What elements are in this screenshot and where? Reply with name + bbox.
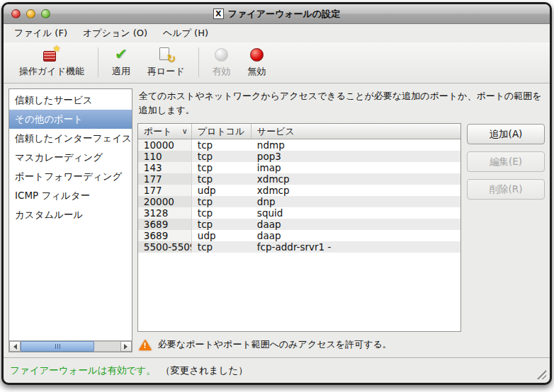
add-button[interactable]: 追加(A) [467, 124, 545, 144]
status-text: ファイアーウォールは有効です。 [10, 364, 156, 377]
cell-protocol: tcp [192, 162, 251, 173]
cell-service: daap [251, 230, 460, 241]
table-row[interactable]: 3128tcpsquid [138, 207, 460, 219]
cell-protocol: tcp [192, 151, 251, 162]
cell-service: dnp [251, 196, 460, 207]
table-row[interactable]: 3689udpdaap [138, 230, 460, 241]
warning-triangle-icon [139, 340, 152, 350]
cell-port: 3689 [138, 230, 192, 241]
sidebar-horizontal-scrollbar[interactable] [9, 340, 132, 352]
table-row[interactable]: 177tcpxdmcp [138, 173, 460, 185]
ports-table: ポート∨プロトコルサービス 10000tcpndmp110tcppop3143t… [137, 123, 461, 332]
menu-item-options[interactable]: オプション (O) [75, 25, 155, 42]
toolbar-button-reload[interactable]: ↻再ロード [139, 44, 193, 80]
table-and-buttons: ポート∨プロトコルサービス 10000tcpndmp110tcppop3143t… [137, 123, 545, 352]
table-row[interactable]: 143tcpimap [138, 162, 460, 173]
cell-service: xdmcp [251, 185, 460, 196]
cell-protocol: tcp [192, 241, 251, 253]
cell-port: 10000 [138, 139, 192, 151]
scrollbar-thumb[interactable] [21, 341, 94, 352]
column-header-service[interactable]: サービス [251, 124, 460, 139]
cell-port: 177 [138, 173, 192, 185]
toolbar-button-label: 適用 [112, 65, 130, 78]
sidebar-list: 信頼したサービスその他のポート信頼したインターフェイスマスカレーディングポートフ… [9, 89, 132, 340]
toolbar-separator [198, 47, 199, 77]
window-icon: X [213, 8, 224, 19]
table-wrap: ポート∨プロトコルサービス 10000tcpndmp110tcppop3143t… [137, 123, 461, 352]
toolbar-button-disable[interactable]: 無効 [239, 44, 275, 80]
apply-check-icon: ✔ [115, 46, 128, 63]
disable-sphere-icon [250, 46, 264, 63]
title-bar[interactable]: X ファイアーウォールの設定 [4, 4, 550, 24]
column-header-port[interactable]: ポート∨ [138, 124, 192, 139]
toolbar: ★操作ガイド機能✔適用↻再ロード有効無効 [4, 42, 550, 83]
cell-port: 177 [138, 185, 192, 196]
title-group: X ファイアーウォールの設定 [213, 8, 340, 21]
cell-service: squid [251, 207, 460, 219]
wizard-icon: ★ [43, 46, 60, 63]
page-description: 全てのホストやネットワークからアクセスできることが必要な追加のポートか、ポートの… [139, 89, 543, 117]
cell-service: fcp-addr-srvr1 - [251, 241, 460, 253]
toolbar-button-label: 無効 [248, 65, 266, 78]
sidebar-item[interactable]: 信頼したサービス [9, 91, 132, 110]
sidebar-item[interactable]: ICMP フィルター [9, 186, 132, 205]
status-changed-text: （変更されました） [161, 364, 248, 377]
scrollbar-grip-icon [55, 344, 60, 349]
cell-port: 5500-5509 [138, 241, 192, 253]
toolbar-button-label: 有効 [213, 65, 231, 78]
scroll-left-button[interactable] [9, 341, 21, 352]
warning-row: 必要なポートやポート範囲へのみアクセスを許可する。 [137, 337, 461, 352]
cell-protocol: udp [192, 185, 251, 196]
sort-indicator-icon: ∨ [182, 127, 188, 136]
sidebar-item[interactable]: 信頼したインターフェイス [9, 129, 132, 148]
cell-port: 3689 [138, 219, 192, 230]
toolbar-button-apply[interactable]: ✔適用 [103, 44, 139, 80]
cell-service: imap [251, 162, 460, 173]
toolbar-button-wizard[interactable]: ★操作ガイド機能 [11, 44, 93, 80]
column-header-label: サービス [257, 125, 295, 138]
toolbar-separator [98, 47, 98, 77]
table-body: 10000tcpndmp110tcppop3143tcpimap177tcpxd… [138, 139, 460, 253]
chevron-left-icon [13, 344, 17, 350]
column-header-label: ポート [144, 125, 172, 138]
sidebar-item[interactable]: その他のポート [9, 110, 132, 129]
minimize-button[interactable] [26, 9, 35, 18]
resize-grip[interactable] [536, 369, 546, 379]
enable-sphere-icon [215, 46, 228, 63]
scrollbar-track[interactable] [21, 341, 120, 352]
cell-protocol: tcp [192, 196, 251, 207]
menu-item-help[interactable]: ヘルプ (H) [155, 25, 216, 42]
firewall-config-window: X ファイアーウォールの設定 ファイル (F)オプション (O)ヘルプ (H) … [1, 2, 552, 385]
toolbar-button-label: 再ロード [147, 65, 185, 78]
cell-service: xdmcp [251, 173, 460, 185]
sidebar-item[interactable]: マスカレーディング [9, 148, 132, 167]
table-row[interactable]: 10000tcpndmp [138, 139, 460, 151]
column-header-protocol[interactable]: プロトコル [192, 124, 251, 139]
table-row[interactable]: 3689tcpdaap [138, 219, 460, 230]
content-area: 信頼したサービスその他のポート信頼したインターフェイスマスカレーディングポートフ… [4, 83, 550, 357]
chevron-right-icon [124, 344, 128, 350]
table-row[interactable]: 110tcppop3 [138, 151, 460, 162]
close-button[interactable] [11, 9, 21, 18]
cell-service: ndmp [251, 139, 460, 151]
table-row[interactable]: 177udpxdmcp [138, 185, 460, 196]
scroll-right-button[interactable] [120, 341, 132, 352]
cell-protocol: udp [192, 230, 251, 241]
window-controls [11, 4, 50, 23]
cell-protocol: tcp [192, 173, 251, 185]
sidebar-item[interactable]: ポートフォワーディング [9, 167, 132, 186]
sidebar-item[interactable]: カスタムルール [9, 205, 132, 224]
sidebar: 信頼したサービスその他のポート信頼したインターフェイスマスカレーディングポートフ… [9, 88, 132, 352]
edit-button: 編集(E) [467, 151, 545, 172]
reload-icon: ↻ [158, 46, 174, 63]
main-panel: 全てのホストやネットワークからアクセスできることが必要な追加のポートか、ポートの… [137, 88, 545, 352]
zoom-button[interactable] [41, 9, 50, 18]
table-row[interactable]: 20000tcpdnp [138, 196, 460, 207]
status-bar: ファイアーウォールは有効です。 （変更されました） [4, 357, 550, 383]
action-buttons: 追加(A)編集(E)削除(R) [467, 123, 545, 352]
menu-item-file[interactable]: ファイル (F) [6, 25, 75, 42]
cell-port: 143 [138, 162, 192, 173]
column-header-label: プロトコル [198, 125, 245, 138]
table-row[interactable]: 5500-5509tcpfcp-addr-srvr1 - [138, 241, 460, 253]
cell-port: 20000 [138, 196, 192, 207]
